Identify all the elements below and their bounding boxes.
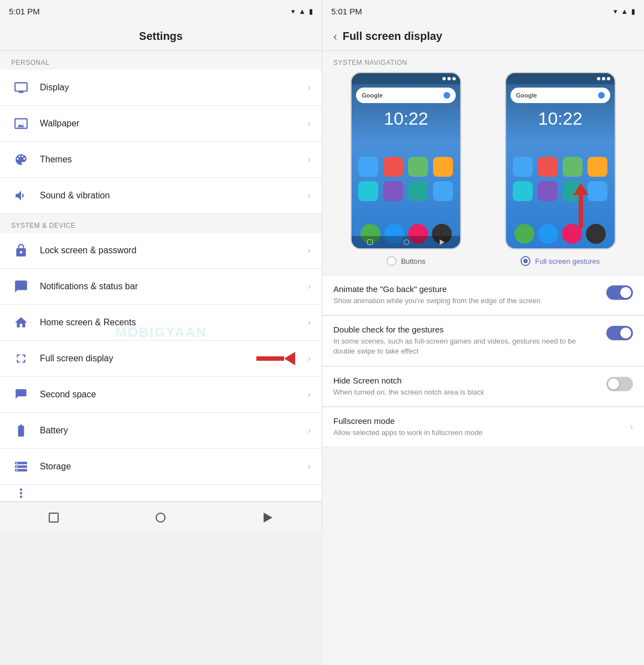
left-panel: 5:01 PM ▾ ▲ ▮ Settings PERSONAL Display …: [0, 0, 322, 665]
hide-notch-subtitle: When turned on, the screen notch area is…: [333, 387, 597, 397]
double-check-toggle[interactable]: [606, 326, 633, 340]
fullscreen-mode-row[interactable]: Fullscreen mode Allow selected apps to w…: [322, 407, 644, 447]
left-header-title: Settings: [139, 30, 183, 42]
right-header: ‹ Full screen display: [322, 22, 644, 51]
phone-previews: Google 10:22: [322, 72, 644, 275]
lockscreen-label: Lock screen & password: [40, 245, 308, 255]
storage-label: Storage: [40, 462, 308, 472]
display-icon: [11, 78, 31, 98]
secondspace-label: Second space: [40, 390, 308, 400]
gestures-phone-preview: Google 10:22: [505, 72, 616, 249]
right-panel: 5:01 PM ▾ ▲ ▮ ‹ Full screen display SYST…: [322, 0, 644, 665]
storage-chevron: ›: [308, 462, 311, 472]
lockscreen-chevron: ›: [308, 245, 311, 255]
themes-icon: [11, 150, 31, 170]
phone1-nav-bar: [352, 236, 460, 248]
battery-chevron: ›: [308, 426, 311, 436]
settings-item-secondspace[interactable]: Second space ›: [0, 377, 322, 413]
settings-item-sound[interactable]: Sound & vibration ›: [0, 178, 322, 214]
double-check-track: [606, 326, 633, 340]
signal-icon: ▲: [298, 7, 306, 16]
system-nav-label: SYSTEM NAVIGATION: [322, 51, 644, 72]
settings-item-battery[interactable]: Battery ›: [0, 413, 322, 449]
storage-icon: [11, 457, 31, 477]
hide-notch-title: Hide Screen notch: [333, 376, 597, 385]
hide-notch-toggle[interactable]: [606, 377, 633, 391]
settings-item-lockscreen[interactable]: Lock screen & password ›: [0, 233, 322, 269]
phone2-time: 10:22: [506, 109, 615, 129]
fullscreen-mode-title: Fullscreen mode: [333, 416, 621, 426]
phone1-time: 10:22: [352, 109, 460, 129]
phone1-google-bar: Google: [356, 88, 456, 103]
display-chevron: ›: [308, 83, 311, 93]
right-battery-icon: ▮: [631, 7, 635, 16]
animate-goback-track: [606, 285, 633, 300]
phone2-google-bar: Google: [511, 88, 610, 103]
settings-item-storage[interactable]: Storage ›: [0, 449, 322, 485]
animate-goback-toggle[interactable]: [606, 285, 633, 300]
double-check-text: Double check for the gestures In some sc…: [333, 325, 597, 356]
themes-chevron: ›: [308, 155, 311, 165]
nav-circle-icon: [156, 513, 166, 523]
fullscreen-icon: [11, 349, 31, 369]
settings-item-themes[interactable]: Themes ›: [0, 142, 322, 178]
fullscreen-mode-chevron: ›: [630, 422, 633, 432]
buttons-preview-container: Google 10:22: [333, 72, 479, 266]
back-button[interactable]: ‹: [333, 30, 337, 43]
double-check-title: Double check for the gestures: [333, 325, 597, 334]
red-up-arrow: [573, 183, 589, 228]
phone2-apps: [506, 151, 615, 207]
notifications-chevron: ›: [308, 282, 311, 291]
display-label: Display: [40, 83, 308, 93]
animate-goback-text: Animate the "Go back" gesture Show anima…: [333, 284, 597, 306]
gestures-label: Full screen gestures: [535, 257, 600, 265]
hide-notch-thumb: [608, 378, 619, 390]
left-settings-list: PERSONAL Display › Wallpaper ›: [0, 51, 322, 502]
wallpaper-chevron: ›: [308, 119, 311, 129]
animate-goback-thumb: [620, 287, 631, 298]
fullscreen-chevron: ›: [308, 354, 311, 364]
settings-item-homescreen[interactable]: Home screen & Recents ›: [0, 305, 322, 341]
double-check-row: Double check for the gestures In some sc…: [322, 316, 644, 366]
nav-square-icon: [49, 513, 59, 523]
settings-item-more[interactable]: [0, 485, 322, 502]
right-status-time: 5:01 PM: [331, 7, 362, 16]
lock-icon: [11, 241, 31, 260]
gestures-radio[interactable]: [521, 256, 530, 266]
buttons-phone-preview: Google 10:22: [351, 72, 461, 249]
notifications-icon: [11, 277, 31, 296]
left-status-time: 5:01 PM: [9, 7, 40, 16]
sound-label: Sound & vibration: [40, 191, 308, 201]
right-signal-icon: ▲: [621, 7, 628, 16]
animate-goback-subtitle: Show animation while you're swiping from…: [333, 296, 597, 306]
double-check-subtitle: In some scenes, such as full-screen game…: [333, 336, 597, 356]
right-status-icons: ▾ ▲ ▮: [614, 7, 635, 16]
nav-back-btn[interactable]: [260, 509, 276, 526]
nav-triangle-icon: [264, 513, 272, 523]
secondspace-icon: [11, 385, 31, 405]
gestures-preview-container: Google 10:22: [488, 72, 633, 266]
right-status-bar: 5:01 PM ▾ ▲ ▮: [322, 0, 644, 22]
hide-notch-track: [606, 377, 633, 391]
settings-item-notifications[interactable]: Notifications & status bar ›: [0, 269, 322, 305]
nav-recent-btn[interactable]: [45, 509, 62, 526]
settings-item-display[interactable]: Display ›: [0, 70, 322, 106]
left-header: Settings: [0, 22, 322, 51]
bottom-nav: [0, 502, 322, 533]
right-wifi-icon: ▾: [614, 7, 617, 16]
settings-item-wallpaper[interactable]: Wallpaper ›: [0, 106, 322, 142]
fullscreen-mode-text: Fullscreen mode Allow selected apps to w…: [333, 416, 621, 438]
battery-icon: [11, 421, 31, 441]
homescreen-label: Home screen & Recents: [40, 318, 308, 328]
battery-label: Battery: [40, 426, 308, 436]
right-header-title: Full screen display: [343, 30, 442, 43]
personal-section-label: PERSONAL: [0, 51, 322, 70]
wallpaper-icon: [11, 114, 31, 134]
nav-home-btn[interactable]: [152, 509, 169, 526]
buttons-radio[interactable]: [387, 256, 396, 266]
homescreen-chevron: ›: [308, 318, 311, 328]
settings-item-fullscreen[interactable]: Full screen display ›: [0, 341, 322, 377]
buttons-radio-row: Buttons: [387, 256, 425, 266]
phone2-dock: [506, 224, 615, 244]
animate-goback-row: Animate the "Go back" gesture Show anima…: [322, 275, 644, 315]
